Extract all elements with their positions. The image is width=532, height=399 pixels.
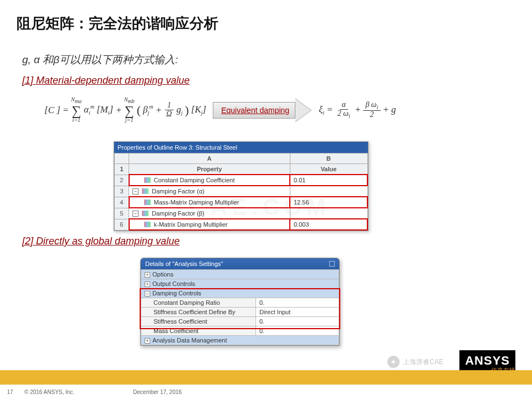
wechat-watermark: ✦ 上海湃睿CAE xyxy=(387,356,443,368)
footer: 17 © 2016 ANSYS, Inc. December 17, 2016 xyxy=(0,385,532,399)
analysis-settings-title: Details of "Analysis Settings" xyxy=(141,258,339,269)
analysis-settings-panel: Details of "Analysis Settings" +Options+… xyxy=(140,258,340,346)
collapse-icon[interactable]: − xyxy=(145,291,150,296)
wechat-label: 上海湃睿CAE xyxy=(403,357,443,367)
collapse-icon[interactable]: − xyxy=(132,211,139,217)
col-b-header: B xyxy=(290,154,367,164)
settings-row[interactable]: Stiffness Coefficient0. xyxy=(141,317,339,326)
arrow-label: Equivalent damping xyxy=(213,102,295,119)
corner-cell xyxy=(115,154,129,164)
property-cell[interactable]: k-Matrix Damping Multiplier xyxy=(129,219,290,230)
setting-value[interactable]: 0. xyxy=(256,317,339,326)
group-row[interactable]: −Damping Controls xyxy=(141,289,339,298)
setting-value[interactable]: Direct Input xyxy=(256,308,339,317)
analysis-settings-title-text: Details of "Analysis Settings" xyxy=(145,260,223,267)
group-row[interactable]: +Options xyxy=(141,270,339,279)
col-a-header: A xyxy=(129,154,290,164)
analysis-settings-table: +Options+Output Controls−Damping Control… xyxy=(141,269,339,345)
expand-icon[interactable]: + xyxy=(145,338,150,344)
property-label: k-Matrix Damping Multiplier xyxy=(154,221,228,228)
property-cell[interactable]: Constant Damping Coefficient xyxy=(129,175,290,186)
expand-icon[interactable]: + xyxy=(145,282,150,287)
setting-label: Mass Coefficient xyxy=(141,326,256,336)
group-label: Analysis Data Management xyxy=(152,337,227,344)
equivalent-damping-arrow: Equivalent damping xyxy=(213,98,312,122)
collapse-icon[interactable]: − xyxy=(132,188,139,195)
footer-date: December 17, 2016 xyxy=(133,389,182,395)
property-label: Constant Damping Coefficient xyxy=(154,177,235,183)
value-cell[interactable]: 0.01 xyxy=(290,175,367,186)
pin-icon[interactable] xyxy=(329,261,335,267)
table-row[interactable]: 2Constant Damping Coefficient0.01 xyxy=(115,175,368,186)
property-icon xyxy=(144,222,151,227)
page-number: 17 xyxy=(0,389,20,395)
row-1-header: 1 xyxy=(115,164,129,175)
property-icon xyxy=(142,211,149,216)
property-icon xyxy=(144,200,151,205)
setting-label: Constant Damping Ratio xyxy=(141,298,256,308)
settings-row[interactable]: Stiffness Coefficient Define ByDirect In… xyxy=(141,308,339,317)
group-label: Damping Controls xyxy=(152,290,201,296)
setting-label: Stiffness Coefficient xyxy=(141,317,256,326)
group-label: Output Controls xyxy=(152,280,195,287)
property-icon xyxy=(144,177,151,183)
value-cell[interactable]: 0.003 xyxy=(290,219,367,230)
row-header: 2 xyxy=(115,175,129,186)
slide-title: 阻尼矩阵：完全法的谐响应分析 xyxy=(17,14,218,33)
group-row[interactable]: +Analysis Data Management xyxy=(141,336,339,345)
row-header: 4 xyxy=(115,197,129,208)
setting-label: Stiffness Coefficient Define By xyxy=(141,308,256,317)
table-row[interactable]: 6k-Matrix Damping Multiplier0.003 xyxy=(115,219,368,230)
section-2-heading: [2] Directly as global damping value xyxy=(22,236,180,247)
section-1-heading: [1] Material-dependent damping value xyxy=(22,75,190,86)
equation-row: [C ]= Nma∑i=1 αim[Mi]+ Nmb∑j=1 ( βjm+ 1Ω… xyxy=(44,97,396,123)
property-header: Property xyxy=(129,164,290,175)
row-header: 6 xyxy=(115,219,129,230)
property-icon xyxy=(142,188,149,194)
value-header: Value xyxy=(290,164,367,175)
wechat-icon: ✦ xyxy=(387,356,400,368)
arrow-head-icon xyxy=(295,98,312,122)
settings-row[interactable]: Constant Damping Ratio0. xyxy=(141,298,339,308)
slide-subtitle: g, α 和β可以用以下两种方式输入: xyxy=(22,53,178,67)
expand-icon[interactable]: + xyxy=(145,272,150,278)
background-watermark: 1CAE.COM xyxy=(172,194,330,221)
row-header: 3 xyxy=(115,186,129,197)
setting-value[interactable]: 0. xyxy=(256,326,339,336)
group-label: Options xyxy=(152,271,173,278)
equation-left: [C ]= Nma∑i=1 αim[Mi]+ Nmb∑j=1 ( βjm+ 1Ω… xyxy=(44,97,206,123)
row-header: 5 xyxy=(115,208,129,219)
settings-row[interactable]: Mass Coefficient0. xyxy=(141,326,339,336)
copyright-text: © 2016 ANSYS, Inc. xyxy=(24,389,74,395)
footer-accent-bar xyxy=(0,370,532,385)
group-row[interactable]: +Output Controls xyxy=(141,279,339,289)
equation-right: ξi= α2 ωi + β ωi2 +g xyxy=(319,101,396,119)
properties-panel-title: Properties of Outline Row 3: Structural … xyxy=(114,142,368,153)
setting-value[interactable]: 0. xyxy=(256,298,339,308)
